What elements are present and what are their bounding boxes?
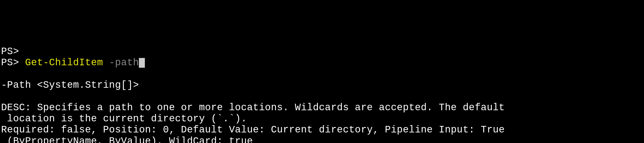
desc-label: DESC: xyxy=(1,102,37,113)
parameter-syntax: -Path <System.String[]> xyxy=(1,80,643,91)
blank-line xyxy=(1,68,643,79)
description-line: DESC: Specifies a path to one or more lo… xyxy=(1,102,643,113)
prompt-prefix: PS> xyxy=(1,46,19,57)
desc-text: Specifies a path to one or more location… xyxy=(37,102,505,113)
attributes-line: Required: false, Position: 0, Default Va… xyxy=(1,124,643,135)
parameter-flag: -path xyxy=(109,57,139,68)
command-line[interactable]: PS> Get-ChildItem -path xyxy=(1,57,643,68)
prompt-prefix: PS> xyxy=(1,57,25,68)
description-continuation: location is the current directory (`.`). xyxy=(1,113,643,124)
attributes-continuation: (ByPropertyName, ByValue), WildCard: tru… xyxy=(1,136,643,143)
prompt-line-empty: PS> xyxy=(1,46,643,57)
cursor-icon xyxy=(139,58,145,68)
terminal-output[interactable]: PS>PS> Get-ChildItem -path-Path <System.… xyxy=(1,46,643,143)
blank-line xyxy=(1,91,643,102)
cmdlet-name: Get-ChildItem xyxy=(25,57,103,68)
